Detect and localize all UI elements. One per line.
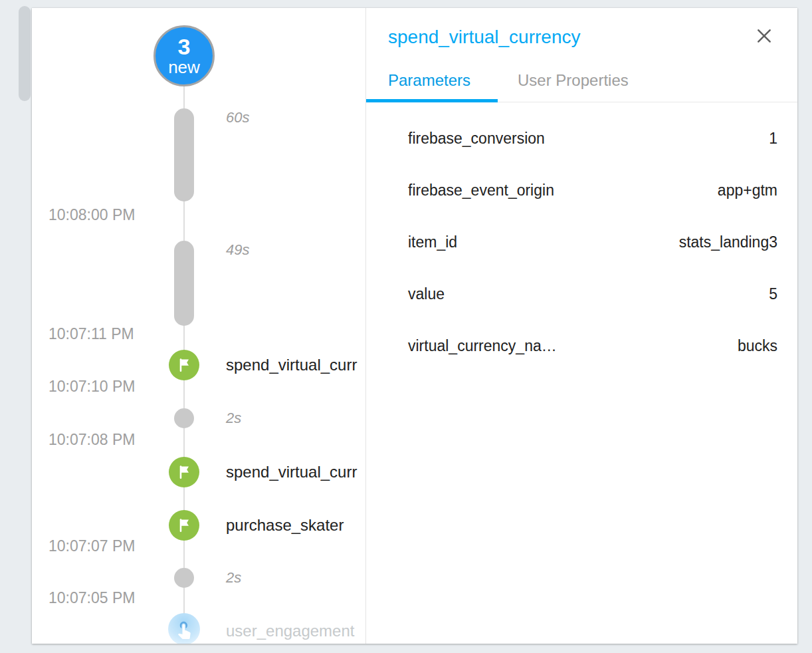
timestamp: 10:07:11 PM <box>49 325 134 343</box>
tab-parameters[interactable]: Parameters <box>388 70 470 90</box>
timestamp: 10:07:05 PM <box>49 588 135 607</box>
parameter-row: firebase_event_origin app+gtm <box>366 164 797 216</box>
parameter-row: value 5 <box>366 268 797 320</box>
scrollbar-thumb[interactable] <box>19 6 31 101</box>
parameter-key: value <box>408 285 445 303</box>
event-name[interactable]: purchase_skater <box>226 515 344 535</box>
parameter-value: app+gtm <box>718 182 777 199</box>
timestamp: 10:07:07 PM <box>49 537 135 555</box>
event-name[interactable]: spend_virtual_curr <box>226 355 357 375</box>
new-events-label: new <box>168 58 200 76</box>
parameters-list: firebase_conversion 1 firebase_event_ori… <box>366 102 797 372</box>
flag-icon[interactable] <box>169 510 199 541</box>
duration-bar <box>174 241 194 326</box>
duration-label: 49s <box>226 241 249 259</box>
duration-bar <box>174 108 194 201</box>
duration-label: 2s <box>226 409 241 428</box>
parameter-row: firebase_conversion 1 <box>366 112 797 164</box>
event-name[interactable]: user_engagement <box>226 621 354 641</box>
gap-dot <box>174 568 194 588</box>
event-detail-panel: spend_virtual_currency Parameters User P… <box>366 8 797 644</box>
parameter-value: 5 <box>769 285 777 303</box>
gap-dot <box>174 408 194 428</box>
parameter-value: stats_landing3 <box>679 233 777 251</box>
flag-icon[interactable] <box>169 350 199 380</box>
debug-view-card: 3 new 60s 10:08:00 PM 49s 10:07:11 PM sp… <box>32 8 797 644</box>
event-name[interactable]: spend_virtual_curr <box>226 462 357 482</box>
new-events-count: 3 <box>178 35 191 58</box>
flag-icon[interactable] <box>169 457 199 487</box>
parameter-row: virtual_currency_na… bucks <box>366 320 797 372</box>
parameter-key: firebase_event_origin <box>408 182 554 199</box>
tab-user-properties[interactable]: User Properties <box>518 70 629 90</box>
touch-icon[interactable] <box>168 613 200 644</box>
parameter-key: virtual_currency_na… <box>408 337 557 355</box>
new-events-badge[interactable]: 3 new <box>153 25 215 86</box>
timestamp: 10:08:00 PM <box>49 205 135 224</box>
parameter-key: firebase_conversion <box>408 130 545 148</box>
parameter-value: bucks <box>738 337 777 355</box>
parameter-value: 1 <box>769 130 777 148</box>
duration-label: 2s <box>226 569 241 587</box>
duration-label: 60s <box>226 108 249 127</box>
close-icon[interactable] <box>756 27 773 45</box>
timestamp: 10:07:10 PM <box>49 377 135 396</box>
parameter-row: item_id stats_landing3 <box>366 216 797 268</box>
parameter-key: item_id <box>408 233 457 251</box>
event-timeline-panel: 3 new 60s 10:08:00 PM 49s 10:07:11 PM sp… <box>32 8 366 644</box>
timestamp: 10:07:08 PM <box>49 430 135 449</box>
event-detail-title: spend_virtual_currency <box>388 27 581 48</box>
